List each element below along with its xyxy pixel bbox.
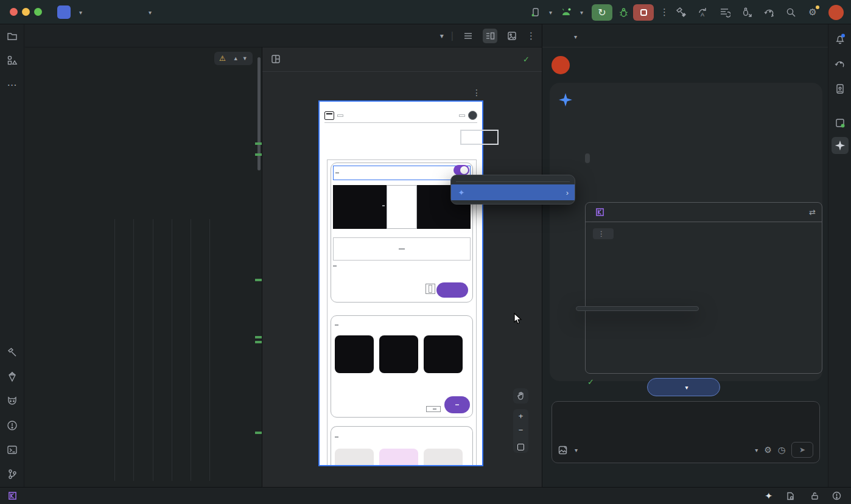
ambience-tile[interactable] bbox=[424, 449, 463, 466]
chevron-down-icon: ▾ bbox=[685, 384, 688, 391]
ac-settings-label[interactable] bbox=[333, 265, 337, 267]
minimize-window-button[interactable] bbox=[22, 8, 30, 16]
compose-preview-panel: ✓ ⋮ bbox=[262, 47, 542, 487]
settings-gear-icon[interactable]: ⚙ bbox=[807, 6, 819, 18]
gemini-input-toolbar: ▾ ▾ ⚙ ◷ ➤ bbox=[558, 442, 813, 458]
assistant-paragraph bbox=[585, 151, 822, 166]
ac-current-temp bbox=[382, 205, 385, 206]
vcs-selector[interactable]: ▾ bbox=[146, 7, 152, 16]
send-button[interactable]: ➤ bbox=[791, 442, 813, 458]
close-window-button[interactable] bbox=[10, 8, 18, 16]
ai-status-icon[interactable]: ✦ bbox=[765, 491, 772, 502]
device-manager-icon[interactable] bbox=[832, 80, 849, 97]
user-avatar[interactable] bbox=[828, 5, 844, 20]
check-icon: ✓ bbox=[523, 55, 530, 64]
inline-code-ref bbox=[585, 153, 590, 163]
logcat-icon[interactable] bbox=[4, 393, 21, 410]
ambience-tile[interactable] bbox=[379, 449, 418, 466]
preview-layout-icon[interactable] bbox=[271, 54, 281, 65]
ambience-title-row bbox=[333, 430, 471, 444]
tab-list-chevron-icon[interactable]: ▾ bbox=[440, 32, 444, 40]
apply-changes-button[interactable]: A bbox=[697, 6, 709, 18]
gemini-input-box[interactable]: ▾ ▾ ⚙ ◷ ➤ bbox=[552, 401, 820, 463]
inspection-widget[interactable]: ⚠ ▲ ▼ bbox=[214, 52, 253, 65]
rerun-button[interactable]: ↻ bbox=[592, 4, 612, 21]
ac-apply-button[interactable] bbox=[436, 282, 468, 298]
editor-options-icon[interactable]: ⋮ bbox=[527, 30, 536, 41]
right-tool-stripe bbox=[828, 24, 851, 487]
attach-image-icon[interactable] bbox=[558, 446, 567, 455]
debug-button[interactable] bbox=[617, 6, 629, 18]
dependencies-icon[interactable] bbox=[4, 368, 21, 385]
history-clock-icon[interactable]: ◷ bbox=[778, 445, 785, 455]
gemini-tool-icon[interactable] bbox=[832, 137, 849, 154]
settings-badge bbox=[816, 5, 819, 9]
profiler-button[interactable] bbox=[719, 6, 731, 18]
context-selector[interactable]: ▾ bbox=[572, 446, 578, 454]
ac-toggle[interactable] bbox=[454, 165, 469, 175]
model-selector[interactable]: ▾ bbox=[752, 446, 758, 454]
add-timer-button[interactable] bbox=[426, 284, 435, 294]
chevron-down-icon: ▾ bbox=[575, 447, 578, 453]
indent-setting[interactable] bbox=[786, 492, 797, 500]
attach-debugger-button[interactable] bbox=[741, 6, 753, 18]
zoom-out-button[interactable]: − bbox=[519, 425, 524, 435]
search-everywhere-icon[interactable] bbox=[785, 6, 797, 18]
device-selector[interactable]: ▾ bbox=[531, 7, 552, 17]
terminal-icon[interactable] bbox=[4, 441, 21, 458]
project-tool-icon[interactable] bbox=[4, 28, 21, 45]
device-tile[interactable] bbox=[424, 335, 463, 373]
status-bar: ✦ bbox=[0, 487, 851, 504]
ac-title-row[interactable] bbox=[333, 166, 471, 180]
maximize-window-button[interactable] bbox=[34, 8, 42, 16]
running-devices-icon[interactable] bbox=[832, 114, 849, 131]
more-tools-icon[interactable]: ⋯ bbox=[4, 76, 21, 93]
gemini-header: ▾ bbox=[542, 24, 828, 47]
view-design-button[interactable] bbox=[505, 29, 519, 43]
zoom-in-button[interactable]: + bbox=[519, 411, 524, 421]
code-editor[interactable]: ⚠ ▲ ▼ bbox=[25, 47, 262, 487]
lock-icon[interactable] bbox=[811, 492, 819, 500]
more-actions-icon[interactable]: ⋮ bbox=[660, 7, 669, 18]
tab-agent[interactable]: ▾ bbox=[572, 31, 577, 41]
pan-tool-button[interactable] bbox=[513, 388, 528, 404]
edit-devices-button[interactable] bbox=[444, 396, 470, 413]
zoom-fit-button[interactable] bbox=[517, 444, 524, 450]
ai-actions-submenu bbox=[576, 306, 699, 311]
phone-avatar bbox=[468, 111, 477, 120]
build-button[interactable] bbox=[675, 6, 687, 18]
phone-content-column bbox=[327, 159, 477, 465]
gradle-sync-button[interactable] bbox=[763, 6, 775, 18]
prev-issue-icon[interactable]: ▲ bbox=[233, 55, 239, 61]
preview-options-icon[interactable]: ⋮ bbox=[472, 88, 481, 97]
resource-manager-icon[interactable] bbox=[4, 52, 21, 69]
left-tool-stripe: ⋯ bbox=[0, 24, 24, 487]
hidden-lines-toggle[interactable]: ⋮ bbox=[593, 228, 614, 239]
gradle-tool-icon[interactable] bbox=[832, 55, 849, 72]
open-diff-icon[interactable]: ⇄ bbox=[809, 208, 816, 217]
menu-item-ai-actions[interactable]: ✦ › bbox=[451, 184, 575, 200]
scroll-to-bottom-button[interactable]: ▾ bbox=[647, 378, 720, 396]
calendar-icon bbox=[324, 111, 334, 120]
background-tasks-icon[interactable] bbox=[832, 491, 841, 500]
ambience-tile[interactable] bbox=[335, 449, 374, 466]
gemini-settings-gear-icon[interactable]: ⚙ bbox=[764, 445, 772, 455]
view-code-button[interactable] bbox=[461, 29, 475, 43]
version-control-icon[interactable] bbox=[4, 466, 21, 483]
phone-preview[interactable] bbox=[318, 100, 483, 466]
view-split-button[interactable] bbox=[483, 29, 497, 43]
diff-change-mark bbox=[255, 341, 262, 343]
stop-button[interactable] bbox=[633, 4, 654, 21]
next-issue-icon[interactable]: ▼ bbox=[242, 55, 248, 61]
build-tool-icon[interactable] bbox=[4, 344, 21, 361]
project-selector[interactable]: ▾ bbox=[77, 7, 82, 16]
notifications-bell-icon[interactable] bbox=[832, 30, 849, 47]
device-tile[interactable] bbox=[379, 335, 418, 373]
device-tile[interactable] bbox=[335, 335, 374, 373]
problems-icon[interactable] bbox=[4, 417, 21, 434]
diff-code-block: ⋮ bbox=[586, 222, 822, 244]
chevron-down-icon: ▾ bbox=[549, 9, 552, 16]
code-lines bbox=[25, 47, 262, 50]
add-device-button[interactable] bbox=[426, 406, 441, 412]
run-configuration-selector[interactable]: ▾ bbox=[561, 8, 583, 16]
